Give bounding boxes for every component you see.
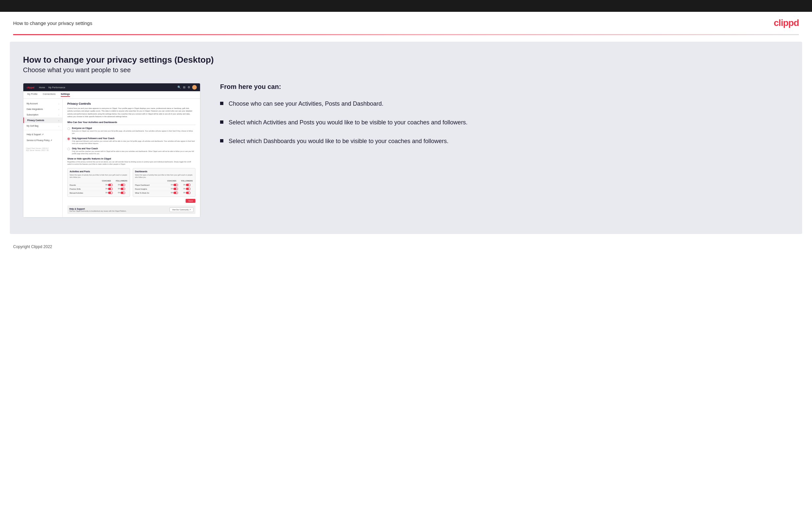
radio-circle-followers — [67, 137, 70, 140]
bullet-text-2: Select which Activities and Posts you wo… — [229, 118, 467, 127]
rounds-followers-toggle[interactable] — [120, 184, 125, 186]
radio-label-everyone: Everyone on Clippd — [72, 127, 195, 129]
toggle-row-manual: Manual Activities ON ON — [70, 191, 128, 194]
rounds-coaches-toggle[interactable] — [108, 184, 113, 186]
app-mockup: clippd Home My Performance 🔍 ⊞ ⚙ My Prof… — [23, 83, 200, 218]
practice-followers-toggle[interactable] — [120, 188, 125, 190]
sidebar-item-data-integrations[interactable]: Data Integrations › — [23, 106, 62, 112]
radio-label-followers: Only Approved Followers and Your Coach — [72, 137, 195, 139]
player-dash-coaches-cell[interactable]: ON — [168, 184, 181, 186]
manual-label: Manual Activities — [70, 192, 103, 194]
radio-followers[interactable]: Only Approved Followers and Your Coach O… — [67, 137, 195, 145]
radio-desc-coach: Only you and the coaches you connect wit… — [72, 150, 195, 155]
toggle-row-work-on: What To Work On ON ON — [135, 191, 193, 194]
settings-icon: ⚙ — [188, 86, 190, 89]
help-title: Help & Support — [69, 208, 126, 210]
sidebar-item-subscription[interactable]: Subscription › — [23, 112, 62, 117]
radio-label-coach: Only You and Your Coach — [72, 147, 195, 150]
dashboards-section: Dashboards Select the types of activity … — [133, 168, 195, 197]
toggle-row-round-insights: Round Insights ON ON — [135, 187, 193, 191]
sidebar-item-golf-bag[interactable]: My Golf Bag › — [23, 123, 62, 129]
player-dash-followers-toggle[interactable] — [186, 184, 191, 186]
round-insights-followers-toggle[interactable] — [186, 188, 191, 190]
sidebar-item-help[interactable]: Help & Support ↗ — [23, 131, 62, 137]
save-button[interactable]: Save — [186, 199, 195, 203]
toggle-row-rounds: Rounds ON ON — [70, 183, 128, 187]
page-subheading: Choose what you want people to see — [23, 66, 789, 74]
main-content: How to change your privacy settings (Des… — [10, 42, 802, 234]
work-on-label: What To Work On — [135, 192, 168, 194]
panel-title: Privacy Controls — [67, 102, 195, 105]
show-hide-desc: Regardless of the privacy controls that … — [67, 161, 195, 165]
bullet-text-3: Select which Dashboards you would like t… — [229, 137, 448, 146]
practice-followers-cell[interactable]: ON — [115, 188, 128, 190]
sidebar-item-account[interactable]: My Account › — [23, 101, 62, 106]
manual-coaches-toggle[interactable] — [108, 192, 113, 194]
radio-coach-only[interactable]: Only You and Your Coach Only you and the… — [67, 147, 195, 155]
toggle-grid: Activities and Posts Select the types of… — [67, 168, 195, 197]
bullet-square-1 — [220, 102, 223, 105]
bullet-square-3 — [220, 139, 223, 143]
col-coaches: COACHES — [100, 180, 113, 182]
work-on-coaches-toggle[interactable] — [173, 192, 178, 194]
app-nav-home: Home — [39, 86, 45, 89]
work-on-followers-toggle[interactable] — [186, 192, 191, 194]
search-icon: 🔍 — [177, 86, 181, 89]
sidebar-divider — [23, 130, 62, 130]
bullet-item-1: Choose who can see your Activities, Post… — [220, 100, 789, 108]
top-bar — [0, 0, 812, 12]
round-insights-label: Round Insights — [135, 188, 168, 190]
activities-section: Activities and Posts Select the types of… — [67, 168, 130, 197]
chevron-icon-privacy: › — [58, 119, 59, 121]
chevron-icon-account: › — [58, 103, 59, 105]
header-title: How to change your privacy settings — [13, 20, 92, 26]
footer: Copyright Clippd 2022 — [0, 240, 812, 253]
logo: clippd — [774, 18, 799, 28]
bullet-item-2: Select which Activities and Posts you wo… — [220, 118, 789, 127]
radio-circle-everyone — [67, 127, 70, 130]
grid-icon: ⊞ — [183, 86, 186, 89]
work-on-followers-cell[interactable]: ON — [181, 192, 193, 194]
round-insights-followers-cell[interactable]: ON — [181, 188, 193, 190]
practice-coaches-toggle[interactable] — [108, 188, 113, 190]
who-can-see-header: Who Can See Your Activities and Dashboar… — [67, 121, 195, 125]
copyright-text: Copyright Clippd 2022 — [13, 244, 52, 249]
toggle-row-player-dash: Player Dashboard ON ON — [135, 183, 193, 187]
app-nav-icons: 🔍 ⊞ ⚙ — [177, 85, 197, 90]
right-panel: From here you can: Choose who can see yo… — [220, 83, 789, 156]
dashboards-title: Dashboards — [135, 170, 193, 173]
activities-desc: Select the types of activity that you'd … — [70, 174, 128, 178]
radio-desc-followers: Only approved followers and coaches you … — [72, 140, 195, 145]
round-insights-coaches-toggle[interactable] — [173, 188, 178, 190]
bullet-square-2 — [220, 120, 223, 124]
round-insights-coaches-cell[interactable]: ON — [168, 188, 181, 190]
radio-everyone[interactable]: Everyone on Clippd Everyone on Clippd ca… — [67, 127, 195, 134]
dash-col-coaches: COACHES — [165, 180, 178, 182]
app-sidebar: My Account › Data Integrations › Subscri… — [23, 99, 63, 217]
screenshot-container: clippd Home My Performance 🔍 ⊞ ⚙ My Prof… — [23, 83, 200, 218]
manual-followers-cell[interactable]: ON — [115, 192, 128, 194]
sidebar-item-privacy[interactable]: Privacy Controls › — [23, 117, 62, 123]
player-dash-followers-cell[interactable]: ON — [181, 184, 193, 186]
app-nav-logo: clippd — [27, 86, 35, 89]
app-nav-performance: My Performance — [48, 86, 65, 89]
app-nav: clippd Home My Performance 🔍 ⊞ ⚙ — [23, 83, 200, 91]
player-dash-coaches-toggle[interactable] — [173, 184, 178, 186]
subnav-myprofile: My Profile — [27, 93, 38, 97]
chevron-icon-subscription: › — [58, 114, 59, 116]
manual-coaches-cell[interactable]: ON — [103, 192, 115, 194]
from-here-text: From here you can: — [220, 83, 789, 91]
practice-coaches-cell[interactable]: ON — [103, 188, 115, 190]
chevron-icon-golfbag: › — [58, 125, 59, 127]
rounds-coaches-cell[interactable]: ON — [103, 184, 115, 186]
subnav-connections: Connections — [43, 93, 55, 97]
rounds-followers-cell[interactable]: ON — [115, 184, 128, 186]
avatar — [192, 85, 197, 90]
activities-title: Activities and Posts — [70, 170, 128, 173]
sidebar-item-service[interactable]: Service & Privacy Policy ↗ — [23, 137, 62, 144]
manual-followers-toggle[interactable] — [120, 192, 125, 194]
toggle-row-practice: Practice Drills ON ON — [70, 187, 128, 191]
player-dash-label: Player Dashboard — [135, 184, 168, 186]
visit-community-button[interactable]: Visit Our Community ↗ — [169, 208, 194, 212]
work-on-coaches-cell[interactable]: ON — [168, 192, 181, 194]
